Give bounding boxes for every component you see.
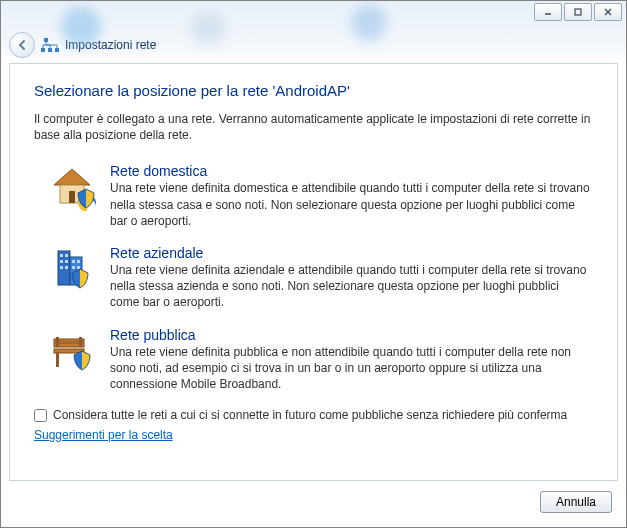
- svg-rect-15: [60, 254, 63, 257]
- maximize-button[interactable]: [564, 3, 592, 21]
- option-home-title: Rete domestica: [110, 163, 591, 179]
- treat-future-public-row: Considera tutte le reti a cui ci si conn…: [34, 408, 593, 422]
- titlebar: [1, 1, 626, 29]
- svg-rect-19: [60, 266, 63, 269]
- svg-rect-28: [56, 353, 59, 367]
- network-settings-icon: [41, 36, 59, 54]
- option-work-network[interactable]: Rete aziendale Una rete viene definita a…: [34, 239, 593, 321]
- svg-rect-4: [44, 38, 48, 42]
- svg-rect-1: [575, 9, 581, 15]
- svg-rect-18: [65, 260, 68, 263]
- option-work-title: Rete aziendale: [110, 245, 591, 261]
- svg-rect-5: [41, 48, 45, 52]
- svg-rect-13: [58, 251, 70, 285]
- dialog-footer: Annulla: [9, 485, 618, 519]
- svg-rect-22: [77, 260, 80, 263]
- svg-rect-23: [72, 266, 75, 269]
- page-title: Selezionare la posizione per la rete 'An…: [34, 82, 593, 99]
- intro-text: Il computer è collegato a una rete. Verr…: [34, 111, 593, 143]
- option-public-network[interactable]: Rete pubblica Una rete viene definita pu…: [34, 321, 593, 403]
- wizard-header: Impostazioni rete: [1, 29, 626, 61]
- treat-future-public-checkbox[interactable]: [34, 409, 47, 422]
- treat-future-public-label: Considera tutte le reti a cui ci si conn…: [53, 408, 567, 422]
- svg-rect-24: [77, 266, 80, 269]
- svg-rect-30: [56, 337, 59, 347]
- cancel-button[interactable]: Annulla: [540, 491, 612, 513]
- option-public-title: Rete pubblica: [110, 327, 591, 343]
- minimize-button[interactable]: [534, 3, 562, 21]
- option-home-network[interactable]: Rete domestica Una rete viene definita d…: [34, 157, 593, 239]
- public-network-icon: [48, 327, 96, 375]
- svg-rect-20: [65, 266, 68, 269]
- svg-rect-11: [69, 191, 75, 203]
- option-public-desc: Una rete viene definita pubblica e non a…: [110, 344, 591, 393]
- svg-rect-16: [65, 254, 68, 257]
- svg-rect-21: [72, 260, 75, 263]
- option-work-desc: Una rete viene definita aziendale e atte…: [110, 262, 591, 311]
- svg-rect-6: [48, 48, 52, 52]
- work-network-icon: [48, 245, 96, 293]
- svg-rect-7: [55, 48, 59, 52]
- home-network-icon: [48, 163, 96, 211]
- content-panel: Selezionare la posizione per la rete 'An…: [9, 63, 618, 481]
- close-button[interactable]: [594, 3, 622, 21]
- svg-rect-17: [60, 260, 63, 263]
- svg-marker-8: [54, 169, 90, 185]
- dialog-window: Impostazioni rete Selezionare la posizio…: [0, 0, 627, 528]
- option-home-desc: Una rete viene definita domestica e atte…: [110, 180, 591, 229]
- header-title: Impostazioni rete: [65, 38, 156, 52]
- back-button[interactable]: [9, 32, 35, 58]
- help-link[interactable]: Suggerimenti per la scelta: [34, 428, 173, 442]
- svg-rect-31: [79, 337, 82, 347]
